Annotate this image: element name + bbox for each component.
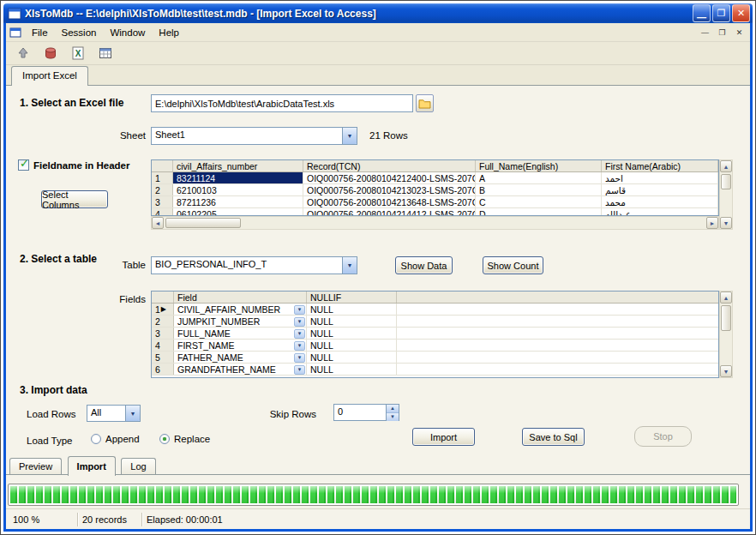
row-number-cell: 6 [152, 364, 174, 375]
grid-cell-arabic[interactable]: قاسم [602, 184, 718, 195]
vscroll-thumb[interactable] [721, 305, 731, 331]
field-cell[interactable]: FATHER_NAME ▼ [174, 352, 307, 363]
field-dropdown-icon[interactable]: ▼ [294, 365, 305, 375]
excel-grid-hscrollbar[interactable]: ◄ ► [151, 216, 719, 230]
grid-cell-arabic[interactable]: احمد [602, 172, 718, 183]
grid-cell-civil[interactable]: 62100103 [173, 184, 303, 195]
nullif-cell[interactable]: NULL [307, 304, 397, 315]
field-dropdown-icon[interactable]: ▼ [294, 329, 305, 339]
column-header-record[interactable]: Record(TCN) [303, 160, 476, 171]
sheet-combobox[interactable]: Sheet1 ▼ [151, 127, 357, 145]
titlebar[interactable]: XlsToMdb -- E:\delphi\XlsToMdb\test\test… [3, 3, 753, 23]
field-cell[interactable]: CIVIL_AFFAIR_NUMBER ▼ [174, 304, 307, 315]
scroll-up-icon[interactable]: ▲ [720, 292, 732, 304]
minimize-button[interactable]: — [693, 4, 711, 22]
grid-cell-record[interactable]: OIQ000756-20080104212400-LSMS-207C [303, 172, 476, 183]
table-view-icon[interactable] [95, 44, 115, 63]
mdi-close-button[interactable]: ✕ [732, 26, 747, 39]
append-radio[interactable] [91, 434, 101, 444]
field-cell[interactable]: GRANDFATHER_NAME ▼ [174, 364, 307, 375]
scroll-up-icon[interactable]: ▲ [720, 160, 732, 172]
mdi-minimize-button[interactable]: — [698, 26, 712, 39]
chevron-down-icon[interactable]: ▼ [342, 257, 357, 274]
grid-cell-civil[interactable]: 06102205 [173, 208, 303, 216]
grid-cell-arabic[interactable]: عبدالله [602, 208, 718, 216]
fieldname-header-label: Fieldname in Header [33, 160, 129, 171]
field-cell[interactable]: JUMPKIT_NUMBER ▼ [174, 316, 307, 327]
nullif-cell[interactable]: NULL [307, 364, 397, 375]
hscroll-thumb[interactable] [165, 218, 241, 228]
load-rows-combobox[interactable]: All ▼ [87, 405, 141, 422]
grid-cell-fullname[interactable]: D [476, 208, 602, 216]
grid-cell-fullname[interactable]: A [476, 172, 602, 183]
column-header-nullif[interactable]: NULLIF [307, 292, 397, 303]
select-columns-button[interactable]: Select Columns [41, 190, 108, 208]
scroll-right-icon[interactable]: ► [706, 217, 718, 229]
field-cell[interactable]: FULL_NAME ▼ [174, 328, 307, 339]
nullif-cell[interactable]: NULL [307, 328, 397, 339]
field-cell[interactable]: FIRST_NAME ▼ [174, 340, 307, 351]
excel-grid-vscrollbar[interactable]: ▲ ▼ [719, 159, 733, 230]
show-count-button[interactable]: Show Count [483, 256, 543, 274]
field-dropdown-icon[interactable]: ▼ [294, 317, 305, 327]
mdi-restore-button[interactable]: ❐ [715, 26, 729, 39]
fieldname-header-checkbox[interactable]: ✓ [18, 159, 29, 171]
fields-grid-vscrollbar[interactable]: ▲ ▼ [719, 291, 733, 378]
grid-cell-civil[interactable]: 83211124 [173, 172, 303, 183]
app-window: XlsToMdb -- E:\delphi\XlsToMdb\test\test… [3, 3, 753, 532]
table-combobox[interactable]: BIO_PERSONAL_INFO_T ▼ [151, 256, 357, 274]
field-dropdown-icon[interactable]: ▼ [294, 341, 305, 351]
import-button[interactable]: Import [412, 428, 475, 446]
show-data-button[interactable]: Show Data [395, 256, 453, 274]
tab-preview[interactable]: Preview [9, 458, 62, 475]
nullif-cell[interactable]: NULL [307, 352, 397, 363]
grid-cell-record[interactable]: OIQ000756-20080104213023-LSMS-207C [303, 184, 476, 195]
chevron-down-icon[interactable]: ▼ [342, 128, 357, 144]
database-icon[interactable] [40, 44, 60, 63]
spin-up-icon[interactable]: ▲ [387, 405, 399, 412]
grid-cell-civil[interactable]: 87211236 [173, 196, 303, 207]
save-to-sql-button[interactable]: Save to Sql [522, 428, 585, 446]
column-header-fullname[interactable]: Full_Name(English) [476, 160, 602, 171]
field-dropdown-icon[interactable]: ▼ [294, 353, 305, 363]
menu-window[interactable]: Window [103, 25, 152, 40]
menu-help[interactable]: Help [152, 25, 186, 40]
current-row-marker: ▶ [161, 304, 166, 315]
up-arrow-icon[interactable] [13, 44, 33, 63]
grid-cell-record[interactable]: OIQ000756-20080104214412-LSMS-207C [303, 208, 476, 216]
skip-rows-stepper[interactable]: 0 ▲ ▼ [333, 404, 399, 421]
scroll-down-icon[interactable]: ▼ [720, 365, 732, 377]
scroll-down-icon[interactable]: ▼ [720, 217, 732, 229]
file-path-input[interactable] [151, 94, 413, 112]
column-header-arabic[interactable]: First Name(Arabic) [602, 160, 718, 171]
grid-cell-arabic[interactable]: محمد [602, 196, 718, 207]
spin-down-icon[interactable]: ▼ [387, 412, 399, 421]
stop-button[interactable]: Stop [634, 426, 692, 447]
nullif-cell[interactable]: NULL [307, 316, 397, 327]
excel-icon[interactable]: X [68, 44, 87, 63]
row-number: 3 [155, 328, 160, 339]
tab-import[interactable]: Import [68, 456, 116, 476]
field-dropdown-icon[interactable]: ▼ [294, 305, 305, 315]
section3-heading: 3. Import data [20, 384, 87, 396]
grid-cell-record[interactable]: OIQ000756-20080104213648-LSMS-207C [303, 196, 476, 207]
tab-log[interactable]: Log [121, 458, 155, 475]
nullif-cell[interactable]: NULL [307, 340, 397, 351]
column-header-civil[interactable]: civil_Affairs_number [173, 160, 303, 171]
column-header-field[interactable]: Field [174, 292, 307, 303]
vscroll-thumb[interactable] [721, 174, 731, 189]
chevron-down-icon[interactable]: ▼ [125, 406, 140, 421]
grid-cell-fullname[interactable]: B [476, 184, 602, 195]
menu-session[interactable]: Session [55, 25, 104, 40]
maximize-button[interactable]: ❐ [712, 4, 730, 22]
close-button[interactable]: ✕ [732, 4, 750, 22]
grid-cell-fullname[interactable]: C [476, 196, 602, 207]
tab-import-excel[interactable]: Import Excel [11, 66, 88, 86]
scroll-left-icon[interactable]: ◄ [152, 217, 164, 229]
browse-file-button[interactable] [416, 94, 434, 112]
replace-radio[interactable] [159, 434, 170, 444]
menu-file[interactable]: File [25, 25, 55, 40]
folder-icon [418, 99, 431, 109]
load-rows-label: Load Rows [27, 409, 76, 419]
section2-heading: 2. Select a table [20, 253, 97, 265]
